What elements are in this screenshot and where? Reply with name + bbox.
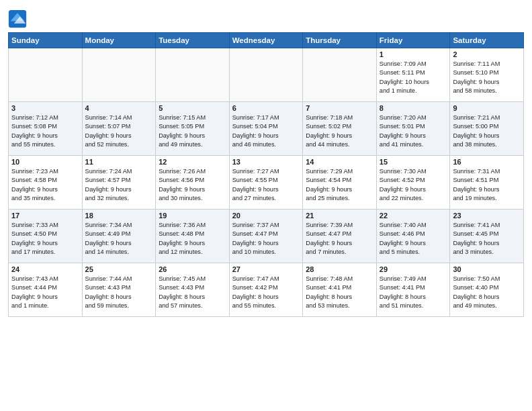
calendar-cell: 23Sunrise: 7:41 AM Sunset: 4:45 PM Dayli… bbox=[450, 210, 524, 263]
page-container: SundayMondayTuesdayWednesdayThursdayFrid… bbox=[0, 0, 532, 322]
weekday-header-thursday: Thursday bbox=[303, 33, 377, 48]
calendar-cell: 18Sunrise: 7:34 AM Sunset: 4:49 PM Dayli… bbox=[82, 210, 156, 263]
day-number: 22 bbox=[380, 212, 447, 220]
day-number: 13 bbox=[232, 158, 300, 166]
calendar-cell: 22Sunrise: 7:40 AM Sunset: 4:46 PM Dayli… bbox=[376, 210, 450, 263]
day-info: Sunrise: 7:48 AM Sunset: 4:41 PM Dayligh… bbox=[306, 275, 373, 310]
day-info: Sunrise: 7:24 AM Sunset: 4:57 PM Dayligh… bbox=[85, 167, 153, 203]
calendar-cell: 17Sunrise: 7:33 AM Sunset: 4:50 PM Dayli… bbox=[9, 210, 83, 263]
day-number: 10 bbox=[11, 158, 79, 166]
day-number: 11 bbox=[85, 158, 153, 166]
day-info: Sunrise: 7:17 AM Sunset: 5:04 PM Dayligh… bbox=[232, 113, 300, 149]
calendar-cell: 4Sunrise: 7:14 AM Sunset: 5:07 PM Daylig… bbox=[82, 102, 156, 156]
day-info: Sunrise: 7:49 AM Sunset: 4:41 PM Dayligh… bbox=[380, 275, 447, 310]
week-row-4: 17Sunrise: 7:33 AM Sunset: 4:50 PM Dayli… bbox=[9, 210, 524, 263]
calendar-cell: 13Sunrise: 7:27 AM Sunset: 4:55 PM Dayli… bbox=[229, 156, 303, 210]
day-number: 26 bbox=[159, 265, 226, 273]
day-number: 21 bbox=[306, 212, 373, 220]
calendar-cell: 16Sunrise: 7:31 AM Sunset: 4:51 PM Dayli… bbox=[450, 156, 524, 210]
calendar-cell: 24Sunrise: 7:43 AM Sunset: 4:44 PM Dayli… bbox=[9, 263, 83, 317]
day-info: Sunrise: 7:41 AM Sunset: 4:45 PM Dayligh… bbox=[453, 221, 521, 257]
day-info: Sunrise: 7:40 AM Sunset: 4:46 PM Dayligh… bbox=[380, 221, 447, 257]
day-info: Sunrise: 7:43 AM Sunset: 4:44 PM Dayligh… bbox=[11, 275, 79, 310]
day-info: Sunrise: 7:18 AM Sunset: 5:02 PM Dayligh… bbox=[306, 113, 373, 149]
week-row-2: 3Sunrise: 7:12 AM Sunset: 5:08 PM Daylig… bbox=[9, 102, 524, 156]
day-number: 2 bbox=[453, 50, 521, 58]
calendar-cell: 5Sunrise: 7:15 AM Sunset: 5:05 PM Daylig… bbox=[156, 102, 230, 156]
day-info: Sunrise: 7:30 AM Sunset: 4:52 PM Dayligh… bbox=[380, 167, 447, 203]
calendar-table: SundayMondayTuesdayWednesdayThursdayFrid… bbox=[8, 32, 524, 317]
day-number: 6 bbox=[232, 104, 300, 112]
day-number: 9 bbox=[453, 104, 521, 112]
calendar-cell: 19Sunrise: 7:36 AM Sunset: 4:48 PM Dayli… bbox=[156, 210, 230, 263]
day-info: Sunrise: 7:45 AM Sunset: 4:43 PM Dayligh… bbox=[159, 275, 226, 310]
day-number: 25 bbox=[85, 265, 153, 273]
day-info: Sunrise: 7:14 AM Sunset: 5:07 PM Dayligh… bbox=[85, 113, 153, 149]
day-number: 3 bbox=[11, 104, 79, 112]
day-info: Sunrise: 7:31 AM Sunset: 4:51 PM Dayligh… bbox=[453, 167, 521, 203]
day-number: 24 bbox=[11, 265, 79, 273]
calendar-cell: 2Sunrise: 7:11 AM Sunset: 5:10 PM Daylig… bbox=[450, 48, 524, 102]
weekday-header-friday: Friday bbox=[376, 33, 450, 48]
day-info: Sunrise: 7:27 AM Sunset: 4:55 PM Dayligh… bbox=[232, 167, 300, 203]
calendar-cell: 15Sunrise: 7:30 AM Sunset: 4:52 PM Dayli… bbox=[376, 156, 450, 210]
day-number: 30 bbox=[453, 265, 521, 273]
calendar-cell: 8Sunrise: 7:20 AM Sunset: 5:01 PM Daylig… bbox=[376, 102, 450, 156]
day-number: 5 bbox=[159, 104, 226, 112]
day-info: Sunrise: 7:44 AM Sunset: 4:43 PM Dayligh… bbox=[85, 275, 153, 310]
calendar-cell: 11Sunrise: 7:24 AM Sunset: 4:57 PM Dayli… bbox=[82, 156, 156, 210]
weekday-header-sunday: Sunday bbox=[9, 33, 83, 48]
day-number: 19 bbox=[159, 212, 226, 220]
day-info: Sunrise: 7:34 AM Sunset: 4:49 PM Dayligh… bbox=[85, 221, 153, 257]
weekday-header-monday: Monday bbox=[82, 33, 156, 48]
day-info: Sunrise: 7:39 AM Sunset: 4:47 PM Dayligh… bbox=[306, 221, 373, 257]
calendar-cell bbox=[303, 48, 377, 102]
calendar-cell: 7Sunrise: 7:18 AM Sunset: 5:02 PM Daylig… bbox=[303, 102, 377, 156]
day-number: 1 bbox=[380, 50, 447, 58]
day-info: Sunrise: 7:20 AM Sunset: 5:01 PM Dayligh… bbox=[380, 113, 447, 149]
calendar-cell bbox=[229, 48, 303, 102]
header bbox=[8, 7, 524, 28]
day-info: Sunrise: 7:23 AM Sunset: 4:58 PM Dayligh… bbox=[11, 167, 79, 203]
day-info: Sunrise: 7:50 AM Sunset: 4:40 PM Dayligh… bbox=[453, 275, 521, 310]
calendar-cell: 14Sunrise: 7:29 AM Sunset: 4:54 PM Dayli… bbox=[303, 156, 377, 210]
day-number: 27 bbox=[232, 265, 300, 273]
logo bbox=[8, 9, 29, 28]
calendar-cell: 26Sunrise: 7:45 AM Sunset: 4:43 PM Dayli… bbox=[156, 263, 230, 317]
calendar-cell: 20Sunrise: 7:37 AM Sunset: 4:47 PM Dayli… bbox=[229, 210, 303, 263]
calendar-cell: 30Sunrise: 7:50 AM Sunset: 4:40 PM Dayli… bbox=[450, 263, 524, 317]
weekday-header-tuesday: Tuesday bbox=[156, 33, 230, 48]
day-number: 15 bbox=[380, 158, 447, 166]
week-row-5: 24Sunrise: 7:43 AM Sunset: 4:44 PM Dayli… bbox=[9, 263, 524, 317]
week-row-3: 10Sunrise: 7:23 AM Sunset: 4:58 PM Dayli… bbox=[9, 156, 524, 210]
day-number: 17 bbox=[11, 212, 79, 220]
weekday-header-row: SundayMondayTuesdayWednesdayThursdayFrid… bbox=[9, 33, 524, 48]
day-info: Sunrise: 7:15 AM Sunset: 5:05 PM Dayligh… bbox=[159, 113, 226, 149]
weekday-header-wednesday: Wednesday bbox=[229, 33, 303, 48]
calendar-cell: 10Sunrise: 7:23 AM Sunset: 4:58 PM Dayli… bbox=[9, 156, 83, 210]
day-number: 28 bbox=[306, 265, 373, 273]
calendar-cell: 1Sunrise: 7:09 AM Sunset: 5:11 PM Daylig… bbox=[376, 48, 450, 102]
day-number: 14 bbox=[306, 158, 373, 166]
logo-icon bbox=[8, 9, 27, 28]
day-info: Sunrise: 7:26 AM Sunset: 4:56 PM Dayligh… bbox=[159, 167, 226, 203]
day-info: Sunrise: 7:09 AM Sunset: 5:11 PM Dayligh… bbox=[380, 60, 447, 95]
calendar-cell: 28Sunrise: 7:48 AM Sunset: 4:41 PM Dayli… bbox=[303, 263, 377, 317]
day-number: 23 bbox=[453, 212, 521, 220]
calendar-cell: 27Sunrise: 7:47 AM Sunset: 4:42 PM Dayli… bbox=[229, 263, 303, 317]
weekday-header-saturday: Saturday bbox=[450, 33, 524, 48]
day-number: 8 bbox=[380, 104, 447, 112]
calendar-cell bbox=[156, 48, 230, 102]
day-info: Sunrise: 7:29 AM Sunset: 4:54 PM Dayligh… bbox=[306, 167, 373, 203]
week-row-1: 1Sunrise: 7:09 AM Sunset: 5:11 PM Daylig… bbox=[9, 48, 524, 102]
day-number: 16 bbox=[453, 158, 521, 166]
day-info: Sunrise: 7:12 AM Sunset: 5:08 PM Dayligh… bbox=[11, 113, 79, 149]
calendar-cell: 29Sunrise: 7:49 AM Sunset: 4:41 PM Dayli… bbox=[376, 263, 450, 317]
day-number: 29 bbox=[380, 265, 447, 273]
day-info: Sunrise: 7:37 AM Sunset: 4:47 PM Dayligh… bbox=[232, 221, 300, 257]
day-info: Sunrise: 7:33 AM Sunset: 4:50 PM Dayligh… bbox=[11, 221, 79, 257]
day-info: Sunrise: 7:47 AM Sunset: 4:42 PM Dayligh… bbox=[232, 275, 300, 310]
day-number: 20 bbox=[232, 212, 300, 220]
day-number: 4 bbox=[85, 104, 153, 112]
calendar-cell: 25Sunrise: 7:44 AM Sunset: 4:43 PM Dayli… bbox=[82, 263, 156, 317]
